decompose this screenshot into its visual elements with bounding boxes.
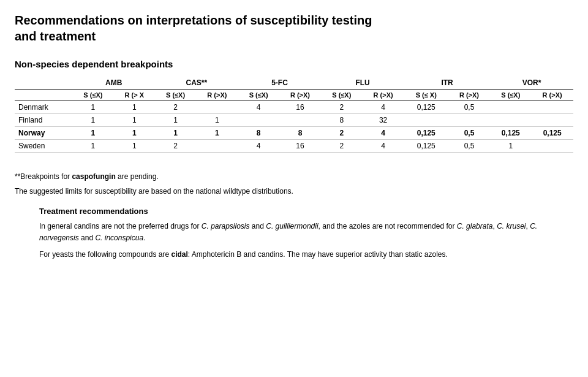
value-cell: 1 [72, 114, 113, 127]
page-title: Recommendations on interpretations of su… [15, 12, 573, 44]
value-cell: 0,125 [404, 101, 448, 114]
value-cell: 8 [238, 127, 279, 140]
sub-h-9: R (>X) [448, 89, 491, 101]
amb-header: AMB [72, 77, 155, 89]
country-cell: Norway [15, 127, 72, 140]
value-cell [196, 101, 238, 114]
value-cell: 1 [155, 114, 196, 127]
value-cell: 2 [321, 127, 362, 140]
treatment-paragraph-1: In general candins are not the preferred… [39, 221, 573, 244]
value-cell: 2 [321, 140, 362, 153]
value-cell [531, 140, 573, 153]
value-cell: 1 [72, 101, 113, 114]
value-cell [531, 114, 573, 127]
sub-h-0: S (≤X) [72, 89, 113, 101]
value-cell: 0,125 [490, 127, 531, 140]
sub-h-6: S (≤X) [321, 89, 362, 101]
value-cell: 4 [362, 127, 404, 140]
value-cell: 1 [113, 101, 155, 114]
value-cell [448, 114, 491, 127]
value-cell: 1 [490, 140, 531, 153]
value-cell [531, 101, 573, 114]
country-cell: Sweden [15, 140, 72, 153]
value-cell: 32 [362, 114, 404, 127]
value-cell: 1 [113, 127, 155, 140]
table-group-header-row: AMB CAS** 5-FC FLU ITR VOR* [15, 77, 573, 89]
treatment-paragraph-2: For yeasts the following compounds are c… [39, 249, 573, 261]
value-cell: 4 [362, 101, 404, 114]
value-cell: 8 [321, 114, 362, 127]
value-cell: 2 [155, 140, 196, 153]
value-cell: 2 [321, 101, 362, 114]
value-cell: 16 [279, 140, 322, 153]
value-cell: 1 [196, 114, 238, 127]
value-cell: 1 [196, 127, 238, 140]
table-body: Denmark112416240,1250,5Finland1111832Nor… [15, 101, 573, 153]
value-cell: 1 [72, 140, 113, 153]
table-sub-header-row: S (≤X) R (> X S (≤X) R (>X) S (≤X) R (>X… [15, 89, 573, 101]
value-cell: 4 [362, 140, 404, 153]
country-col-header [15, 77, 72, 89]
fivefc-header: 5-FC [238, 77, 322, 89]
value-cell [196, 140, 238, 153]
value-cell: 1 [72, 127, 113, 140]
cas-header: CAS** [155, 77, 238, 89]
value-cell: 1 [113, 140, 155, 153]
treatment-body: In general candins are not the preferred… [39, 221, 573, 261]
sub-h-4: S (≤X) [238, 89, 279, 101]
footnote-caspofungin: **Breakpoints for caspofungin are pendin… [15, 171, 573, 182]
table-row: Sweden112416240,1250,51 [15, 140, 573, 153]
itr-header: ITR [404, 77, 490, 89]
vor-header: VOR* [490, 77, 573, 89]
value-cell: 0,5 [448, 101, 491, 114]
country-cell: Denmark [15, 101, 72, 114]
flu-header: FLU [321, 77, 404, 89]
value-cell [279, 114, 322, 127]
sub-h-1: R (> X [113, 89, 155, 101]
sub-h-2: S (≤X) [155, 89, 196, 101]
value-cell: 0,5 [448, 127, 491, 140]
breakpoints-table: AMB CAS** 5-FC FLU ITR VOR* S (≤X) R (> … [15, 77, 573, 153]
value-cell: 0,125 [404, 127, 448, 140]
sub-h-8: S (≤ X) [404, 89, 448, 101]
value-cell [404, 114, 448, 127]
value-cell [238, 114, 279, 127]
sub-h-7: R (>X) [362, 89, 404, 101]
value-cell: 0,125 [531, 127, 573, 140]
value-cell: 8 [279, 127, 322, 140]
treatment-title: Treatment recommendations [39, 207, 573, 216]
sub-h-5: R (>X) [279, 89, 322, 101]
value-cell: 1 [155, 127, 196, 140]
value-cell [490, 101, 531, 114]
sub-h-3: R (>X) [196, 89, 238, 101]
footnote-wildtype: The suggested limits for susceptibility … [15, 186, 573, 197]
value-cell: 2 [155, 101, 196, 114]
value-cell: 16 [279, 101, 322, 114]
sub-h-10: S (≤X) [490, 89, 531, 101]
value-cell: 0,5 [448, 140, 491, 153]
section-heading: Non-species dependent breakpoints [15, 59, 573, 69]
table-row: Finland1111832 [15, 114, 573, 127]
value-cell [490, 114, 531, 127]
country-cell: Finland [15, 114, 72, 127]
table-row: Denmark112416240,1250,5 [15, 101, 573, 114]
value-cell: 0,125 [404, 140, 448, 153]
value-cell: 4 [238, 101, 279, 114]
country-sub-col [15, 89, 72, 101]
value-cell: 4 [238, 140, 279, 153]
value-cell: 1 [113, 114, 155, 127]
sub-h-11: R (>X) [531, 89, 573, 101]
table-row: Norway111188240,1250,50,1250,125 [15, 127, 573, 140]
footnotes-section: **Breakpoints for caspofungin are pendin… [15, 171, 573, 197]
